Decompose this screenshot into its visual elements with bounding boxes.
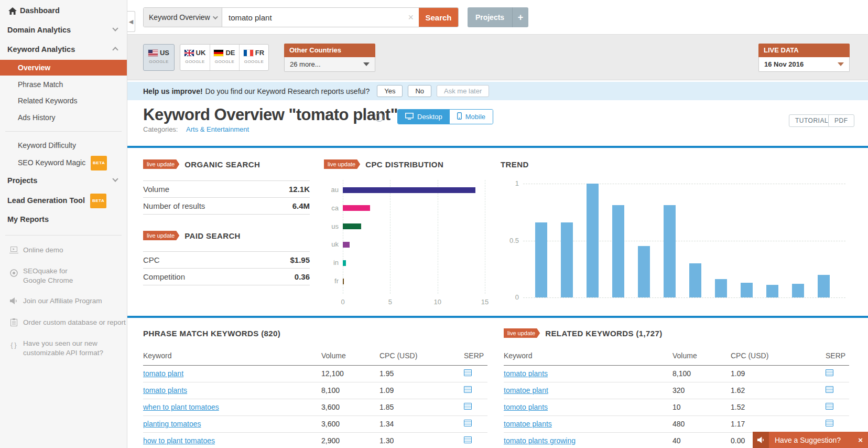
keyword-link[interactable]: tomatoe plant: [504, 386, 548, 394]
sidebar-item-seoquake[interactable]: SEOquake for Google Chrome: [0, 266, 127, 285]
country-us-button[interactable]: US GOOGLE: [143, 44, 175, 71]
serp-icon[interactable]: [826, 369, 833, 376]
sidebar-item-domain-analytics[interactable]: Domain Analytics: [0, 24, 127, 36]
other-countries-select[interactable]: 26 more...: [284, 57, 375, 72]
keyword-link[interactable]: tomatoe plants: [504, 420, 552, 428]
tab-desktop[interactable]: Desktop: [398, 110, 450, 124]
pdf-button[interactable]: PDF: [828, 114, 854, 127]
sidebar-item-keyword-analytics[interactable]: Keyword Analytics: [0, 43, 127, 56]
sidebar-item-phrase-match[interactable]: Phrase Match: [0, 78, 127, 91]
serp-icon[interactable]: [826, 386, 833, 393]
sidebar-item-label: customizable API format?: [23, 349, 103, 357]
sidebar-item-affiliate[interactable]: Join our Affiliate Program: [0, 295, 127, 307]
sidebar-item-seo-keyword-magic[interactable]: SEO Keyword Magic BETA: [0, 156, 127, 168]
serp-icon[interactable]: [464, 369, 472, 376]
sidebar-item-api-format[interactable]: { } Have you seen our new customizable A…: [0, 339, 127, 358]
suggestion-banner[interactable]: Have a Suggestion? ×: [753, 432, 868, 448]
trend-bar: [741, 283, 753, 297]
add-project-button[interactable]: +: [512, 7, 528, 27]
sidebar-item-label: Keyword Analytics: [7, 45, 75, 54]
other-countries-header: Other Countries: [284, 44, 375, 57]
category-label: us: [325, 222, 339, 230]
sidebar-item-keyword-difficulty[interactable]: Keyword Difficulty: [0, 139, 127, 152]
serp-icon[interactable]: [464, 436, 472, 443]
stat-label: Competition: [143, 272, 185, 281]
sidebar-item-label: Dashboard: [20, 6, 60, 15]
sidebar-item-ads-history[interactable]: Ads History: [0, 111, 127, 124]
sidebar-item-related-keywords[interactable]: Related Keywords: [0, 94, 127, 107]
table-row: tomoto plants 10 1.52: [504, 399, 849, 415]
column-header-cpc: CPC (USD): [731, 346, 826, 365]
table-row: tomatoe plant 320 1.62: [504, 382, 849, 399]
y-tick-label: 0: [504, 293, 519, 301]
country-uk-button[interactable]: UK GOOGLE: [180, 45, 210, 70]
search-input[interactable]: [222, 8, 419, 27]
gridline: [343, 180, 343, 294]
table-header-row: Keyword Volume CPC (USD) SERP: [504, 346, 849, 365]
sidebar-item-lead-generation[interactable]: Lead Generation Tool BETA: [0, 194, 127, 206]
serp-icon[interactable]: [464, 403, 472, 410]
country-fr-button[interactable]: FR GOOGLE: [239, 45, 268, 70]
survey-yes-button[interactable]: Yes: [377, 85, 403, 97]
serp-icon[interactable]: [464, 420, 472, 426]
survey-no-button[interactable]: No: [408, 85, 431, 97]
volume-cell: 40: [672, 432, 731, 448]
gridline: [438, 180, 438, 294]
search-type-select[interactable]: Keyword Overview: [144, 8, 222, 27]
survey-banner: Help us improve! Do you find our Keyword…: [127, 82, 868, 100]
close-icon[interactable]: ×: [858, 435, 863, 444]
tab-label: Desktop: [417, 113, 442, 121]
tab-mobile[interactable]: Mobile: [450, 110, 493, 124]
keyword-link[interactable]: tomato plants growing: [504, 436, 576, 445]
projects-button[interactable]: Projects: [468, 7, 512, 27]
trend-bar: [792, 284, 804, 297]
date-select[interactable]: 16 Nov 2016: [758, 57, 850, 72]
sidebar-item-projects[interactable]: Projects: [0, 174, 127, 187]
volume-cell: 2,900: [321, 432, 379, 448]
column-header-keyword: Keyword: [143, 346, 321, 365]
cpc-bar-ca: [343, 205, 370, 211]
country-group: UK GOOGLE DE GOOGLE FR GOOGLE: [180, 44, 269, 71]
country-de-button[interactable]: DE GOOGLE: [210, 45, 239, 70]
sidebar-item-order-custom[interactable]: Order custom database or report: [0, 316, 127, 329]
serp-icon[interactable]: [826, 420, 833, 426]
survey-prompt: Do you find our Keyword Research reports…: [205, 87, 370, 95]
column-header-serp: SERP: [826, 346, 849, 365]
search-button[interactable]: Search: [419, 8, 458, 27]
cpc-distribution-title: CPC DISTRIBUTION: [365, 160, 443, 169]
sidebar-item-label: SEO Keyword Magic: [18, 158, 85, 167]
sidebar-item-my-reports[interactable]: My Reports: [0, 213, 127, 226]
sidebar-item-label: Order custom database or report: [23, 318, 126, 326]
sidebar-item-dashboard[interactable]: Dashboard: [0, 4, 127, 17]
survey-later-button[interactable]: Ask me later: [437, 85, 489, 97]
trend-bar: [587, 184, 599, 297]
column-header-volume: Volume: [321, 346, 379, 365]
keyword-link[interactable]: when to plant tomatoes: [143, 403, 219, 411]
keyword-link[interactable]: tomato plants: [143, 386, 187, 394]
info-icon[interactable]: i: [375, 113, 384, 122]
keyword-link[interactable]: planting tomatoes: [143, 420, 201, 428]
keyword-link[interactable]: tomoto plants: [504, 403, 548, 411]
x-tick-label: 15: [479, 298, 491, 306]
sidebar-item-overview[interactable]: Overview: [0, 60, 127, 76]
clear-icon[interactable]: ×: [408, 12, 414, 23]
beta-badge: BETA: [90, 194, 106, 208]
serp-icon[interactable]: [826, 403, 833, 410]
keyword-link[interactable]: how to plant tomatoes: [143, 436, 215, 445]
cpc-cell: 1.30: [379, 432, 464, 448]
volume-cell: 8,100: [321, 382, 379, 399]
cpc-cell: 1.62: [731, 382, 826, 399]
category-link[interactable]: Arts & Entertainment: [186, 125, 249, 133]
keyword-link[interactable]: tomato plants: [504, 369, 548, 378]
keyword-link[interactable]: tomato plant: [143, 369, 183, 378]
cpc-bar-au: [343, 187, 475, 193]
serp-icon[interactable]: [464, 386, 472, 393]
stat-value: 12.1K: [289, 181, 310, 198]
sidebar-collapse-button[interactable]: ◀: [127, 11, 135, 32]
x-tick-label: 0: [337, 298, 349, 306]
volume-cell: 480: [672, 415, 731, 432]
sidebar-item-online-demo[interactable]: Online demo: [0, 244, 127, 257]
stat-label: Number of results: [143, 201, 205, 210]
table-row: when to plant tomatoes 3,600 1.85: [143, 399, 487, 415]
de-flag-icon: [214, 50, 223, 56]
